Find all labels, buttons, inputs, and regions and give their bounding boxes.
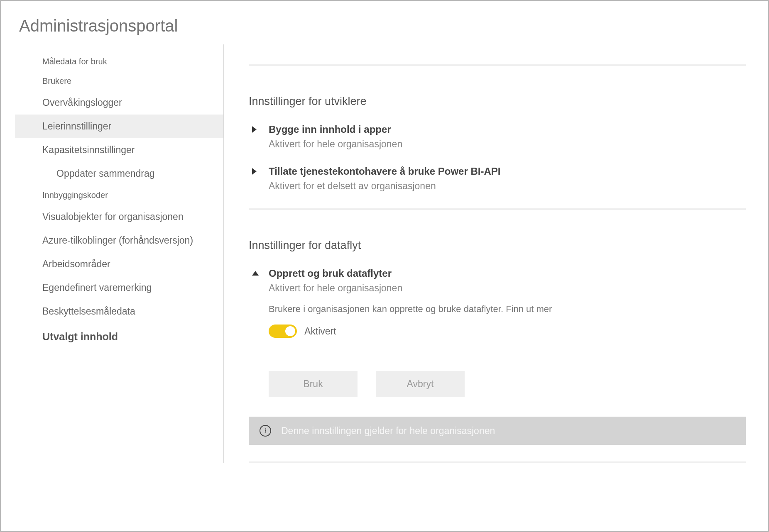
divider xyxy=(249,64,746,66)
info-banner: i Denne innstillingen gjelder for hele o… xyxy=(249,417,746,445)
sidebar-item-tenant-settings[interactable]: Leierinnstillinger xyxy=(15,115,223,138)
setting-status: Aktivert for hele organisasjonen xyxy=(269,283,746,294)
sidebar-item-usage-metrics[interactable]: Måledata for bruk xyxy=(15,52,223,71)
sidebar-item-protection-metrics[interactable]: Beskyttelsesmåledata xyxy=(15,300,223,323)
sidebar-item-refresh-summary[interactable]: Oppdater sammendrag xyxy=(15,162,223,185)
toggle-label: Aktivert xyxy=(304,326,336,337)
sidebar-item-azure-connections[interactable]: Azure-tilkoblinger (forhåndsversjon) xyxy=(15,229,223,252)
divider xyxy=(249,208,746,210)
sidebar-item-label: Innbyggingskoder xyxy=(42,190,108,200)
sidebar-item-featured-content[interactable]: Utvalgt innhold xyxy=(15,323,223,349)
setting-status: Aktivert for hele organisasjonen xyxy=(269,139,746,150)
section-title-dataflow: Innstillinger for dataflyt xyxy=(249,239,746,252)
setting-title: Opprett og bruk dataflyter xyxy=(269,268,746,279)
sidebar-item-custom-branding[interactable]: Egendefinert varemerking xyxy=(15,276,223,300)
info-icon: i xyxy=(260,425,271,437)
sidebar: Måledata for bruk Brukere Overvåkingslog… xyxy=(15,44,224,463)
sidebar-item-label: Azure-tilkoblinger (forhåndsversjon) xyxy=(42,235,193,246)
sidebar-item-label: Egendefinert varemerking xyxy=(42,282,152,293)
chevron-right-icon xyxy=(252,168,257,175)
sidebar-item-workspaces[interactable]: Arbeidsområder xyxy=(15,252,223,276)
setting-status: Aktivert for et delsett av organisasjone… xyxy=(269,181,746,192)
sidebar-item-label: Arbeidsområder xyxy=(42,259,110,269)
setting-service-principals[interactable]: Tillate tjenestekontohavere å bruke Powe… xyxy=(249,166,746,192)
sidebar-item-users[interactable]: Brukere xyxy=(15,71,223,91)
sidebar-item-audit-logs[interactable]: Overvåkingslogger xyxy=(15,91,223,115)
toggle-enabled[interactable] xyxy=(269,325,297,338)
divider xyxy=(249,461,746,463)
sidebar-item-label: Leierinnstillinger xyxy=(42,121,111,132)
main-content: Innstillinger for utviklere Bygge inn in… xyxy=(224,44,754,463)
sidebar-item-label: Oppdater sammendrag xyxy=(56,168,155,179)
sidebar-item-label: Kapasitetsinnstillinger xyxy=(42,144,135,155)
toggle-handle xyxy=(285,326,295,336)
chevron-up-icon[interactable] xyxy=(252,271,259,276)
setting-embed-content[interactable]: Bygge inn innhold i apper Aktivert for h… xyxy=(249,124,746,150)
apply-button[interactable]: Bruk xyxy=(269,371,358,397)
sidebar-item-embed-codes[interactable]: Innbyggingskoder xyxy=(15,185,223,205)
sidebar-item-label: Måledata for bruk xyxy=(42,57,107,66)
setting-title: Bygge inn innhold i apper xyxy=(269,124,746,135)
sidebar-item-label: Beskyttelsesmåledata xyxy=(42,306,135,317)
setting-description: Brukere i organisasjonen kan opprette og… xyxy=(269,304,746,315)
sidebar-item-capacity-settings[interactable]: Kapasitetsinnstillinger xyxy=(15,138,223,162)
section-title-developers: Innstillinger for utviklere xyxy=(249,95,746,108)
sidebar-item-label: Visualobjekter for organisasjonen xyxy=(42,211,184,222)
cancel-button[interactable]: Avbryt xyxy=(376,371,465,397)
sidebar-item-org-visuals[interactable]: Visualobjekter for organisasjonen xyxy=(15,205,223,229)
info-text: Denne innstillingen gjelder for hele org… xyxy=(281,425,495,437)
sidebar-item-label: Overvåkingslogger xyxy=(42,97,122,108)
page-title: Administrasjonsportal xyxy=(19,17,750,35)
setting-create-dataflows: Opprett og bruk dataflyter Aktivert for … xyxy=(249,268,746,338)
chevron-right-icon xyxy=(252,126,257,133)
sidebar-item-label: Brukere xyxy=(42,76,71,85)
sidebar-item-label: Utvalgt innhold xyxy=(42,331,118,342)
setting-title: Tillate tjenestekontohavere å bruke Powe… xyxy=(269,166,746,177)
